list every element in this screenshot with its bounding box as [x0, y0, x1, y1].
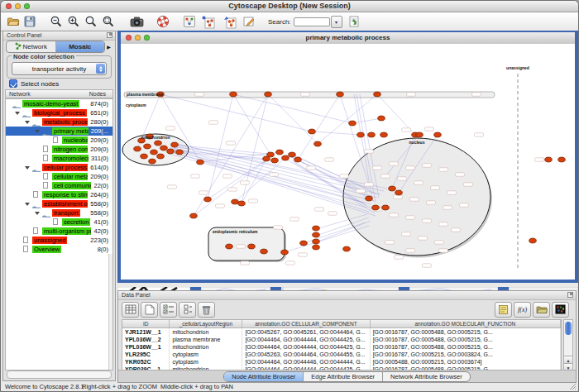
- network-node[interactable]: [204, 197, 212, 202]
- node-label-box[interactable]: [406, 249, 415, 252]
- node-label-box[interactable]: [286, 261, 295, 265]
- zoom-in-icon[interactable]: [66, 14, 81, 29]
- node-color-dropdown[interactable]: transporter activity: [12, 62, 107, 75]
- table-cell[interactable]: YJR121W__1: [122, 328, 170, 336]
- tree-item-response-to-stimulu[interactable]: response to stimulu264(0): [6, 190, 112, 199]
- network-node[interactable]: [157, 154, 165, 159]
- network-node[interactable]: [232, 199, 239, 204]
- node-label-box[interactable]: [410, 198, 419, 201]
- network-node[interactable]: [349, 121, 356, 126]
- network-node[interactable]: [271, 158, 279, 163]
- tree-item-cellular-process[interactable]: cellular process614(0): [6, 163, 112, 172]
- node-label-box[interactable]: [464, 183, 473, 186]
- edge[interactable]: [312, 131, 361, 135]
- table-cell[interactable]: [GO:0044464, GO:0044444, GO:0044425, G..…: [242, 336, 370, 343]
- node-label-box[interactable]: [472, 93, 481, 96]
- node-label-box[interactable]: [435, 241, 444, 244]
- table-cell[interactable]: [GO:0016787, GO:0005488, GO:0005215, G..…: [371, 336, 561, 343]
- annotations-icon[interactable]: [242, 14, 256, 29]
- network-node[interactable]: [134, 146, 141, 151]
- table-row[interactable]: YKR052Ccytoplasm[GO:0044464, GO:0044446,…: [122, 358, 561, 366]
- node-label-box[interactable]: [390, 162, 399, 165]
- network-node[interactable]: [389, 186, 396, 191]
- node-label-box[interactable]: [423, 219, 432, 222]
- node-label-box[interactable]: [443, 206, 452, 209]
- network-node[interactable]: [357, 132, 365, 137]
- node-label-box[interactable]: [195, 93, 204, 96]
- save-icon[interactable]: [22, 14, 37, 29]
- network-node[interactable]: [378, 116, 385, 121]
- node-label-box[interactable]: [406, 216, 415, 219]
- network-node[interactable]: [545, 157, 553, 162]
- node-label-box[interactable]: [427, 201, 436, 204]
- tab-edge-attribute-browser[interactable]: Edge Attribute Browser: [304, 372, 383, 381]
- float-panel-icon[interactable]: [567, 292, 573, 298]
- unselect-attributes-icon[interactable]: [179, 302, 196, 318]
- disclosure-triangle-icon[interactable]: [25, 121, 30, 124]
- edge[interactable]: [242, 94, 268, 203]
- column-header[interactable]: ID: [122, 320, 170, 327]
- table-cell[interactable]: YPL036W__2: [122, 336, 170, 343]
- node-label-box[interactable]: [431, 186, 440, 189]
- network-canvas[interactable]: plasma membranecytoplasmmitochondrionnuc…: [121, 44, 575, 280]
- table-cell[interactable]: [GO:0016787, GO:0005488, GO:0005215, G..…: [371, 343, 561, 351]
- tree-item-multi-organism-pro[interactable]: multi-organism pro42(0): [6, 227, 112, 236]
- node-label-box[interactable]: [241, 261, 250, 265]
- table-cell[interactable]: YKR052C: [122, 358, 170, 366]
- node-label-box[interactable]: [315, 208, 324, 211]
- network-node[interactable]: [281, 250, 289, 255]
- network-graph[interactable]: plasma membranecytoplasmmitochondrionnuc…: [121, 44, 575, 280]
- node-label-box[interactable]: [394, 195, 403, 198]
- tree-item-cellular-metabol[interactable]: cellular metabol209(0): [6, 172, 112, 181]
- table-cell[interactable]: [GO:0016787, GO:0005215, GO:0003824, G..…: [371, 351, 561, 358]
- search-dropdown-button[interactable]: ▾: [331, 16, 342, 28]
- node-label-box[interactable]: [373, 166, 382, 170]
- node-label-box[interactable]: [475, 133, 484, 136]
- network-from-selected-nodes-icon[interactable]: [200, 14, 215, 29]
- tab-mosaic[interactable]: Mosaic: [56, 41, 105, 52]
- network-node[interactable]: [176, 150, 184, 155]
- tab-node-attribute-browser[interactable]: Node Attribute Browser: [224, 372, 304, 381]
- network-node[interactable]: [151, 150, 158, 155]
- network-node[interactable]: [314, 141, 322, 146]
- node-label-box[interactable]: [414, 181, 423, 184]
- tree-item-transport[interactable]: transport558(0): [6, 208, 112, 218]
- network-node[interactable]: [300, 241, 308, 246]
- network-node[interactable]: [171, 142, 179, 147]
- network-node[interactable]: [343, 246, 351, 251]
- tree-item-establishment-of-lo[interactable]: establishment of lo558(0): [6, 199, 112, 208]
- node-label-box[interactable]: [274, 226, 283, 229]
- column-header[interactable]: _cellularLayoutRegion: [170, 320, 242, 327]
- tree-item-overview[interactable]: Overview8(0): [6, 245, 112, 254]
- disclosure-triangle-icon[interactable]: [15, 112, 20, 115]
- network-node[interactable]: [289, 152, 296, 157]
- network-node[interactable]: [265, 92, 272, 97]
- disclosure-triangle-icon[interactable]: [25, 166, 30, 170]
- edge[interactable]: [208, 94, 233, 199]
- tree-item-biological-process[interactable]: biological_process651(0): [6, 108, 112, 117]
- network-column-header[interactable]: Network: [9, 91, 31, 97]
- tab-network[interactable]: Network: [7, 41, 56, 52]
- node-label-box[interactable]: [166, 127, 175, 130]
- nodes-column-header[interactable]: Nodes: [89, 91, 106, 97]
- node-label-box[interactable]: [241, 181, 250, 184]
- network-node[interactable]: [382, 205, 390, 210]
- node-label-box[interactable]: [423, 164, 432, 167]
- node-label-box[interactable]: [385, 241, 395, 244]
- snapshot-icon[interactable]: [129, 14, 144, 29]
- network-node[interactable]: [294, 157, 302, 162]
- tab-overflow-arrow-icon[interactable]: ▶: [105, 41, 112, 52]
- tree-item-cell-communicat[interactable]: cell communicat22(0): [6, 181, 112, 190]
- nucleus-region[interactable]: [343, 138, 490, 256]
- network-node[interactable]: [309, 129, 316, 134]
- network-node[interactable]: [372, 205, 380, 210]
- notepad-icon[interactable]: [495, 302, 512, 318]
- node-label-box[interactable]: [395, 256, 404, 259]
- edge[interactable]: [268, 94, 318, 144]
- network-node[interactable]: [282, 155, 290, 160]
- background-windows-strip[interactable]: [117, 283, 578, 290]
- node-label-box[interactable]: [439, 249, 448, 252]
- node-label-box[interactable]: [402, 232, 411, 236]
- node-label-box[interactable]: [535, 158, 544, 161]
- float-panel-icon[interactable]: [107, 32, 112, 38]
